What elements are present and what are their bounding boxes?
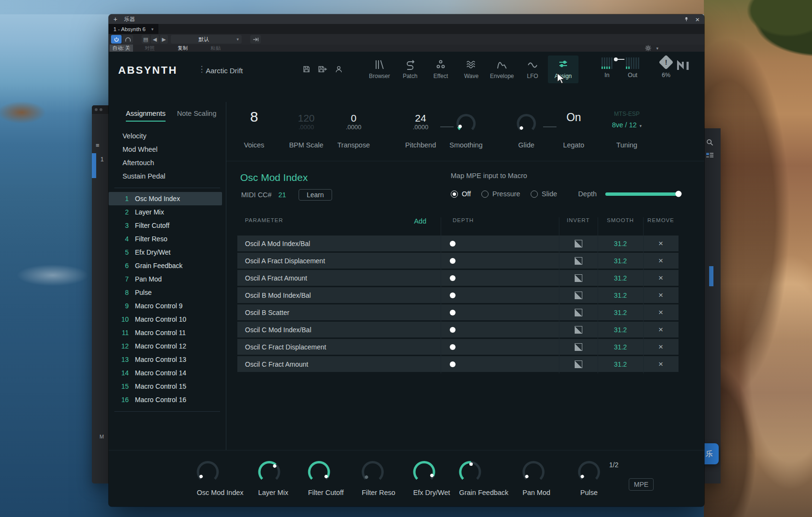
mod-source-item[interactable]: Aftertouch <box>122 156 226 169</box>
macro-list-item[interactable]: 1 Osc Mod Index <box>109 192 222 205</box>
remove-button[interactable]: × <box>643 291 679 300</box>
save-as-icon[interactable] <box>318 65 327 73</box>
macro-knob[interactable] <box>413 461 435 483</box>
tuning-param[interactable]: MTS-ESP 8ve / 12▾ Tuning <box>591 108 663 157</box>
gear-icon[interactable] <box>645 45 651 51</box>
add-instrument-icon[interactable]: + <box>113 15 124 23</box>
mute-label[interactable]: M <box>100 434 104 439</box>
macro-list-item[interactable]: 9 Macro Control 9 <box>109 299 222 313</box>
prev-preset-button[interactable]: ◀ <box>151 35 159 44</box>
invert-toggle[interactable] <box>575 274 582 282</box>
nav-browser[interactable]: Browser <box>364 56 395 83</box>
radio-slide-label[interactable]: Slide <box>542 190 557 198</box>
smooth-value[interactable]: 31.2 <box>598 326 643 334</box>
radio-pressure[interactable] <box>481 191 489 198</box>
nav-patch[interactable]: Patch <box>395 56 425 83</box>
search-icon[interactable] <box>706 139 713 146</box>
radio-off[interactable] <box>451 191 458 198</box>
smooth-value[interactable]: 31.2 <box>598 360 643 368</box>
invert-toggle[interactable] <box>575 240 582 247</box>
macro-list-item[interactable]: 13 Macro Control 13 <box>109 353 222 366</box>
macro-knob[interactable] <box>578 461 600 483</box>
nav-lfo[interactable]: LFO <box>517 56 548 83</box>
nav-wave[interactable]: Wave <box>456 56 487 83</box>
midi-cc-value[interactable]: 21 <box>278 191 286 199</box>
tuning-dropdown[interactable]: 8ve / 12▾ <box>591 121 663 129</box>
copy-button[interactable]: 复制 <box>166 45 199 52</box>
macro-list-item[interactable]: 6 Grain Feedback <box>109 259 222 272</box>
volume-knob[interactable] <box>614 57 624 61</box>
chevron-down-icon[interactable]: ▾ <box>656 46 658 51</box>
learn-button[interactable]: Learn <box>299 189 332 201</box>
smoothing-knob[interactable] <box>456 114 476 133</box>
list-view-icon[interactable] <box>706 153 713 158</box>
mpe-button[interactable]: MPE <box>629 478 654 491</box>
macro-list-item[interactable]: 11 Macro Control 11 <box>109 326 222 339</box>
remove-button[interactable]: × <box>643 239 679 248</box>
invert-toggle[interactable] <box>575 326 582 334</box>
macro-knob[interactable] <box>258 461 280 483</box>
macro-knob[interactable] <box>308 461 330 483</box>
macro-list-item[interactable]: 5 Efx Dry/Wet <box>109 246 222 259</box>
macro-list-item[interactable]: 8 Pulse <box>109 286 222 299</box>
nav-effect[interactable]: Effect <box>425 56 456 83</box>
remove-button[interactable]: × <box>643 342 679 352</box>
paste-button[interactable]: 粘贴 <box>199 45 232 52</box>
remove-button[interactable]: × <box>643 308 679 317</box>
add-button[interactable]: Add <box>414 217 426 225</box>
remove-button[interactable]: × <box>643 325 679 335</box>
instrument-tab[interactable]: 1 - Absynth 6 ▾ <box>109 24 158 34</box>
pin-icon[interactable] <box>683 16 690 22</box>
invert-toggle[interactable] <box>575 343 582 351</box>
macro-list-item[interactable]: 3 Filter Cutoff <box>109 219 222 232</box>
macro-list-item[interactable]: 4 Filter Reso <box>109 232 222 246</box>
mod-source-item[interactable]: Mod Wheel <box>122 143 226 156</box>
macro-list-item[interactable]: 12 Macro Control 12 <box>109 339 222 353</box>
compare-button[interactable]: 对照 <box>133 45 166 52</box>
macro-list-item[interactable]: 16 Macro Control 16 <box>109 393 222 406</box>
macro-list-item[interactable]: 10 Macro Control 10 <box>109 313 222 326</box>
smooth-value[interactable]: 31.2 <box>598 309 643 316</box>
radio-off-label[interactable]: Off <box>462 190 471 198</box>
mpe-depth-slider[interactable] <box>605 192 680 196</box>
mod-source-item[interactable]: Sustain Pedal <box>122 169 226 183</box>
macro-knob[interactable] <box>523 461 545 483</box>
tab-assignments[interactable]: Assignments <box>126 110 166 122</box>
mod-source-item[interactable]: Velocity <box>122 129 226 143</box>
menu-icon[interactable]: ≡ <box>96 142 110 149</box>
preset-list-icon[interactable]: ▤ <box>142 35 150 44</box>
smooth-value[interactable]: 31.2 <box>598 274 643 282</box>
invert-toggle[interactable] <box>575 309 582 316</box>
radio-slide[interactable] <box>531 191 538 198</box>
close-icon[interactable]: × <box>695 16 700 23</box>
scrollbar-thumb[interactable] <box>709 266 713 286</box>
invert-toggle[interactable] <box>575 360 582 368</box>
glide-knob[interactable] <box>517 114 536 133</box>
automation-mode-chip[interactable]: 自动: 关 <box>110 45 133 52</box>
preset-dropdown[interactable]: 默认 ▾ <box>171 35 242 44</box>
macro-knob[interactable] <box>459 461 481 483</box>
remove-button[interactable]: × <box>643 360 679 369</box>
transpose-param[interactable]: 0 .0000 Transpose <box>318 108 389 157</box>
macro-list-item[interactable]: 14 Macro Control 14 <box>109 366 222 380</box>
nav-envelope[interactable]: Envelope <box>487 56 517 83</box>
tab-note-scaling[interactable]: Note Scaling <box>177 110 216 122</box>
smooth-value[interactable]: 31.2 <box>598 257 643 265</box>
remove-button[interactable]: × <box>643 273 679 283</box>
jump-to-track-button[interactable] <box>250 35 261 44</box>
invert-toggle[interactable] <box>575 257 582 265</box>
page-indicator[interactable]: 1/2 <box>609 461 618 469</box>
bypass-button[interactable] <box>122 35 133 44</box>
macro-knob[interactable] <box>362 461 384 483</box>
smooth-value[interactable]: 31.2 <box>598 240 643 247</box>
power-button[interactable] <box>111 35 122 44</box>
remove-button[interactable]: × <box>643 256 679 266</box>
smooth-value[interactable]: 31.2 <box>598 343 643 351</box>
save-icon[interactable] <box>302 65 311 73</box>
window-titlebar[interactable]: + 乐器 × <box>109 14 704 24</box>
preset-name[interactable]: Aarctic Drift <box>206 67 243 75</box>
user-icon[interactable] <box>334 65 343 73</box>
next-preset-button[interactable]: ▶ <box>160 35 168 44</box>
macro-knob[interactable] <box>197 461 219 483</box>
macro-list-item[interactable]: 2 Layer Mix <box>109 205 222 219</box>
